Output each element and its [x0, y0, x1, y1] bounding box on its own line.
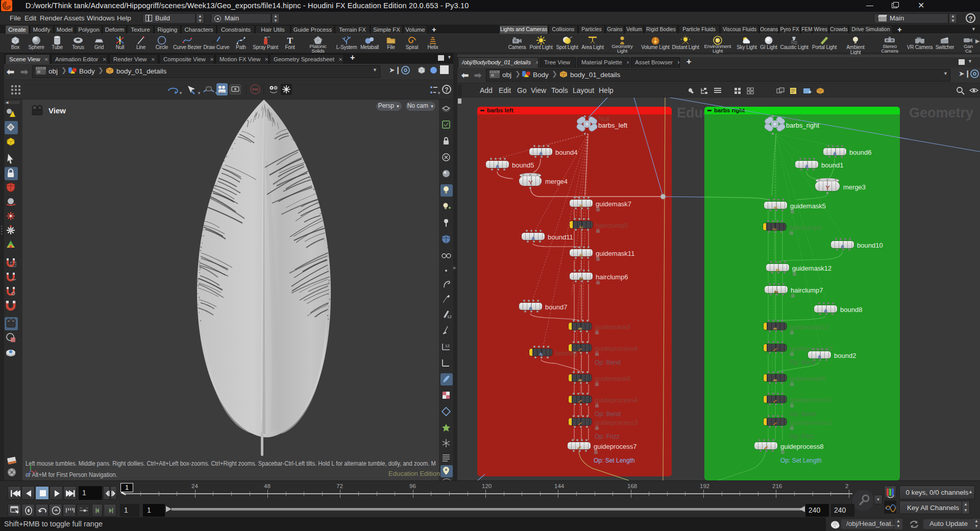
svg-text:12: 12	[445, 344, 450, 348]
svg-text:Z: Z	[27, 474, 29, 477]
svg-text:Y: Y	[30, 464, 32, 466]
svg-text:X: X	[35, 470, 37, 473]
svg-text:POV: POV	[219, 91, 225, 94]
svg-text:12: 12	[447, 315, 452, 319]
